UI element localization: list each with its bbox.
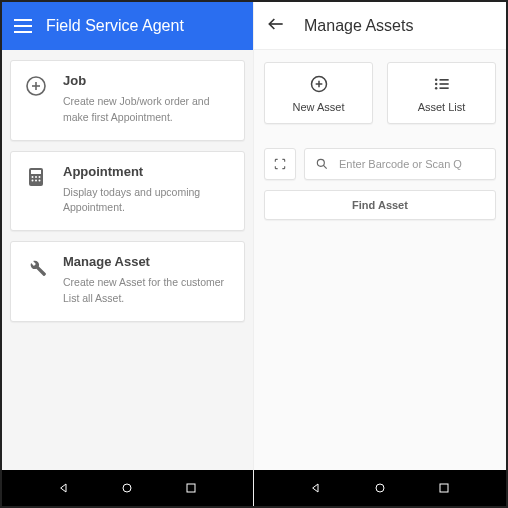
content-right: New Asset Asset List Find Asset — [254, 50, 506, 470]
search-icon — [315, 157, 329, 171]
svg-point-17 — [434, 78, 437, 81]
svg-point-10 — [39, 179, 41, 181]
svg-rect-20 — [439, 83, 448, 85]
svg-point-21 — [434, 86, 437, 89]
svg-point-19 — [434, 82, 437, 85]
new-asset-button[interactable]: New Asset — [264, 62, 373, 124]
new-asset-label: New Asset — [293, 101, 345, 113]
calculator-icon — [23, 164, 49, 190]
svg-rect-4 — [31, 170, 41, 174]
list-icon — [432, 74, 452, 94]
barcode-search-field[interactable] — [304, 148, 496, 180]
card-appointment[interactable]: Appointment Display todays and upcoming … — [10, 151, 245, 232]
menu-icon[interactable] — [14, 19, 32, 33]
svg-rect-18 — [439, 79, 448, 81]
svg-point-9 — [35, 179, 37, 181]
back-arrow-icon[interactable] — [266, 14, 286, 38]
card-job[interactable]: Job Create new Job/work order and make f… — [10, 60, 245, 141]
android-navbar-right — [254, 470, 506, 506]
svg-line-24 — [323, 165, 326, 168]
nav-recent-icon[interactable] — [183, 480, 199, 496]
app-title-right: Manage Assets — [304, 17, 413, 35]
find-asset-button[interactable]: Find Asset — [264, 190, 496, 220]
asset-list-label: Asset List — [418, 101, 466, 113]
scan-icon — [273, 157, 287, 171]
card-manage-asset[interactable]: Manage Asset Create new Asset for the cu… — [10, 241, 245, 322]
card-title: Appointment — [63, 164, 232, 179]
card-title: Manage Asset — [63, 254, 232, 269]
appbar-left: Field Service Agent — [2, 2, 253, 50]
nav-home-icon[interactable] — [119, 480, 135, 496]
card-title: Job — [63, 73, 232, 88]
svg-rect-22 — [439, 87, 448, 89]
nav-recent-icon[interactable] — [436, 480, 452, 496]
svg-point-7 — [39, 176, 41, 178]
barcode-input[interactable] — [339, 158, 485, 170]
android-navbar-left — [2, 470, 253, 506]
svg-rect-26 — [440, 484, 448, 492]
svg-point-23 — [317, 159, 324, 166]
find-asset-label: Find Asset — [352, 199, 408, 211]
nav-home-icon[interactable] — [372, 480, 388, 496]
plus-circle-icon — [309, 74, 329, 94]
card-desc: Display todays and upcoming Appointment. — [63, 185, 232, 217]
nav-back-icon[interactable] — [308, 480, 324, 496]
svg-rect-12 — [187, 484, 195, 492]
svg-point-25 — [376, 484, 384, 492]
plus-circle-icon — [23, 73, 49, 99]
svg-point-8 — [32, 179, 34, 181]
appbar-right: Manage Assets — [254, 2, 506, 50]
nav-back-icon[interactable] — [56, 480, 72, 496]
svg-point-6 — [35, 176, 37, 178]
asset-list-button[interactable]: Asset List — [387, 62, 496, 124]
svg-point-5 — [32, 176, 34, 178]
app-title-left: Field Service Agent — [46, 17, 184, 35]
card-desc: Create new Asset for the customer List a… — [63, 275, 232, 307]
scan-button[interactable] — [264, 148, 296, 180]
svg-point-11 — [123, 484, 131, 492]
card-desc: Create new Job/work order and make first… — [63, 94, 232, 126]
wrench-icon — [23, 254, 49, 280]
content-left: Job Create new Job/work order and make f… — [2, 50, 253, 470]
